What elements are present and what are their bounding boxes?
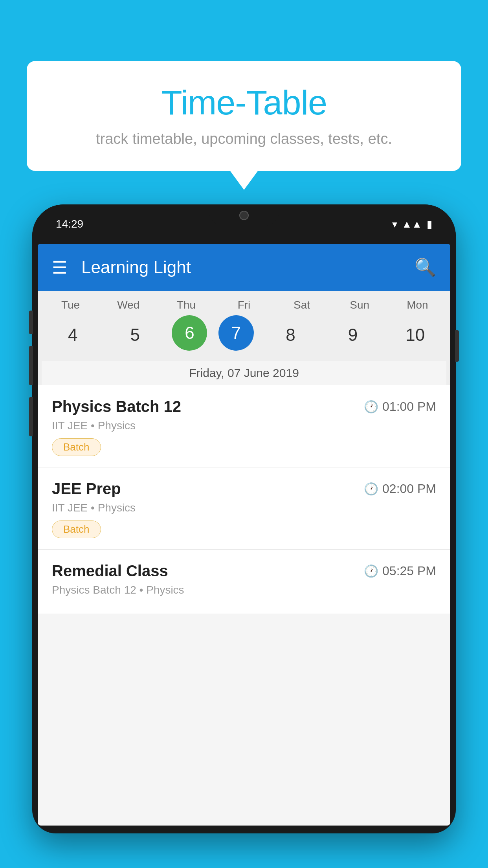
schedule-item-2[interactable]: JEE Prep 🕐 02:00 PM IIT JEE • Physics Ba… <box>38 467 450 550</box>
day-header-thu: Thu <box>161 299 212 311</box>
schedule-time-2: 🕐 02:00 PM <box>364 482 436 496</box>
day-8[interactable]: 8 <box>265 315 316 355</box>
hamburger-icon[interactable]: ☰ <box>52 257 67 278</box>
search-icon[interactable]: 🔍 <box>415 257 436 278</box>
app-bar-title: Learning Light <box>81 257 415 277</box>
schedule-title-2: JEE Prep <box>52 480 121 498</box>
day-header-tue: Tue <box>45 299 96 311</box>
status-icons: ▾ ▲▲ ▮ <box>392 218 432 230</box>
status-bar: 14:29 ▾ ▲▲ ▮ <box>32 204 456 244</box>
day-10[interactable]: 10 <box>390 315 441 355</box>
speech-bubble-section: Time-Table track timetable, upcoming cla… <box>27 61 461 171</box>
battery-icon: ▮ <box>427 218 432 230</box>
clock-icon-1: 🕐 <box>364 400 378 414</box>
day-6-today[interactable]: 6 <box>172 315 207 351</box>
signal-icon: ▲▲ <box>402 218 422 230</box>
schedule-list: Physics Batch 12 🕐 01:00 PM IIT JEE • Ph… <box>38 385 450 614</box>
status-time: 14:29 <box>56 218 83 230</box>
day-numbers: 4 5 6 7 8 9 10 <box>42 315 446 355</box>
schedule-time-1: 🕐 01:00 PM <box>364 399 436 414</box>
batch-badge-1: Batch <box>52 438 101 456</box>
schedule-item-2-header: JEE Prep 🕐 02:00 PM <box>52 480 436 498</box>
front-camera <box>239 211 249 220</box>
power-button <box>455 330 459 362</box>
selected-date-label: Friday, 07 June 2019 <box>42 361 446 385</box>
day-header-sun: Sun <box>334 299 385 311</box>
day-4[interactable]: 4 <box>47 315 98 355</box>
silent-button <box>29 397 33 436</box>
wifi-icon: ▾ <box>392 218 397 230</box>
schedule-item-3[interactable]: Remedial Class 🕐 05:25 PM Physics Batch … <box>38 550 450 614</box>
day-9[interactable]: 9 <box>327 315 378 355</box>
schedule-title-3: Remedial Class <box>52 562 168 580</box>
schedule-item-1[interactable]: Physics Batch 12 🕐 01:00 PM IIT JEE • Ph… <box>38 385 450 467</box>
app-bar: ☰ Learning Light 🔍 <box>38 244 450 291</box>
schedule-subtitle-3: Physics Batch 12 • Physics <box>52 584 436 596</box>
schedule-subtitle-1: IIT JEE • Physics <box>52 419 436 432</box>
day-5[interactable]: 5 <box>110 315 161 355</box>
speech-bubble: Time-Table track timetable, upcoming cla… <box>27 61 461 171</box>
schedule-item-1-header: Physics Batch 12 🕐 01:00 PM <box>52 398 436 416</box>
phone-screen: ☰ Learning Light 🔍 Tue Wed Thu Fri Sat S… <box>38 244 450 826</box>
schedule-item-3-header: Remedial Class 🕐 05:25 PM <box>52 562 436 580</box>
day-headers: Tue Wed Thu Fri Sat Sun Mon <box>42 299 446 311</box>
volume-down-button <box>29 346 33 385</box>
day-header-fri: Fri <box>218 299 270 311</box>
phone-notch <box>209 204 279 226</box>
clock-icon-2: 🕐 <box>364 482 378 496</box>
day-header-wed: Wed <box>103 299 154 311</box>
phone-frame: 14:29 ▾ ▲▲ ▮ ☰ Learning Light 🔍 Tue <box>32 204 456 833</box>
phone-mockup: 14:29 ▾ ▲▲ ▮ ☰ Learning Light 🔍 Tue <box>32 204 456 868</box>
schedule-time-3: 🕐 05:25 PM <box>364 564 436 578</box>
bubble-title: Time-Table <box>50 83 438 123</box>
clock-icon-3: 🕐 <box>364 564 378 578</box>
day-7-selected[interactable]: 7 <box>218 315 254 351</box>
bubble-subtitle: track timetable, upcoming classes, tests… <box>50 131 438 147</box>
schedule-subtitle-2: IIT JEE • Physics <box>52 502 436 514</box>
batch-badge-2: Batch <box>52 520 101 538</box>
volume-up-button <box>29 311 33 334</box>
day-header-mon: Mon <box>392 299 443 311</box>
calendar-strip: Tue Wed Thu Fri Sat Sun Mon 4 5 6 7 8 9 … <box>38 291 450 385</box>
schedule-title-1: Physics Batch 12 <box>52 398 181 416</box>
day-header-sat: Sat <box>276 299 327 311</box>
